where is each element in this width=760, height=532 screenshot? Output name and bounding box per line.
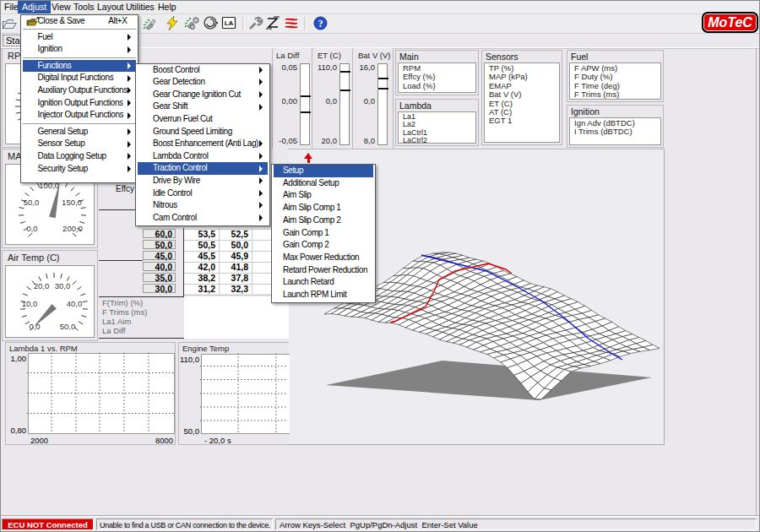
svg-text:?: ? (318, 19, 323, 29)
svg-text:30,0: 30,0 (55, 281, 71, 290)
svg-text:0,0: 0,0 (26, 224, 37, 233)
svg-text:50,0: 50,0 (60, 322, 76, 331)
svg-text:150,0: 150,0 (62, 198, 82, 207)
svg-text:0,0: 0,0 (29, 322, 40, 331)
svg-text:40,0: 40,0 (67, 299, 83, 308)
svg-text:200,0: 200,0 (62, 224, 83, 233)
svg-text:20,0: 20,0 (34, 281, 50, 290)
svg-text:10,0: 10,0 (22, 299, 38, 308)
svg-text:LA: LA (225, 19, 234, 27)
svg-text:50,0: 50,0 (24, 198, 40, 207)
